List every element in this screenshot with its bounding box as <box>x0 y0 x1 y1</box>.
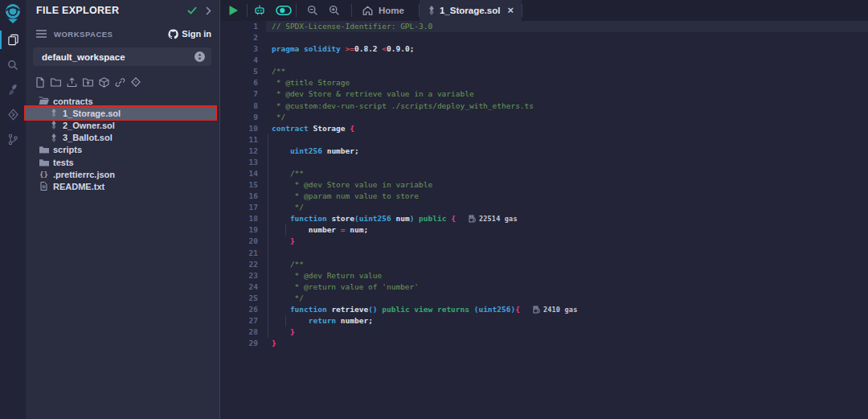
code-line-16[interactable]: 16 * @param num value to store <box>220 191 868 202</box>
code-line-5[interactable]: 5/** <box>220 66 868 77</box>
code-line-9[interactable]: 9 */ <box>220 112 868 123</box>
code-line-7[interactable]: 7 * @dev Store & retrieve value in a var… <box>220 88 868 100</box>
line-number[interactable]: 2 <box>220 32 258 43</box>
code-line-17[interactable]: 17 */ <box>220 202 868 213</box>
tree-item-3-ballot-sol[interactable]: 3_Ballot.sol <box>26 132 219 144</box>
zoom-in-button[interactable] <box>323 5 345 16</box>
tree-item--prettierrc-json[interactable]: {}.prettierrc.json <box>26 168 219 180</box>
line-number[interactable]: 23 <box>220 270 258 281</box>
line-number[interactable]: 19 <box>220 224 258 236</box>
chevron-right-icon[interactable] <box>206 6 211 15</box>
remix-logo-icon[interactable] <box>0 0 26 27</box>
line-number[interactable]: 12 <box>220 146 258 157</box>
line-number[interactable]: 11 <box>220 134 258 146</box>
hamburger-menu-icon[interactable] <box>36 30 47 38</box>
code-line-28[interactable]: 28 } <box>220 327 868 338</box>
new-file-icon[interactable] <box>35 77 45 88</box>
line-number[interactable]: 1 <box>220 21 258 32</box>
code-line-13[interactable]: 13 <box>220 157 868 168</box>
code-line-1[interactable]: 1// SPDX-License-Identifier: GPL-3.0 <box>220 21 868 32</box>
line-number[interactable]: 7 <box>220 88 258 100</box>
line-number[interactable]: 9 <box>220 112 258 123</box>
code-line-10[interactable]: 10contract Storage { <box>220 123 868 134</box>
line-number[interactable]: 18 <box>220 213 258 224</box>
code-line-20[interactable]: 20 } <box>220 236 868 247</box>
line-number[interactable]: 5 <box>220 66 258 77</box>
code-line-22[interactable]: 22 /** <box>220 259 868 270</box>
tree-item-2-owner-sol[interactable]: 2_Owner.sol <box>26 119 219 131</box>
link-icon[interactable] <box>115 77 125 88</box>
gas-pump-icon <box>469 215 476 223</box>
rail-item-search[interactable] <box>0 52 26 77</box>
line-number[interactable]: 21 <box>220 248 258 259</box>
copilot-toggle[interactable] <box>271 5 296 16</box>
code-line-6[interactable]: 6 * @title Storage <box>220 77 868 88</box>
line-number[interactable]: 20 <box>220 236 258 247</box>
sign-in-button[interactable]: Sign in <box>168 29 211 39</box>
tree-item-contracts[interactable]: contracts <box>26 95 219 107</box>
code-line-26[interactable]: 26 function retrieve() public view retur… <box>220 304 868 315</box>
code-line-23[interactable]: 23 * @dev Return value <box>220 270 868 281</box>
code-line-4[interactable]: 4 <box>220 55 868 66</box>
line-content: return number; <box>266 315 868 327</box>
code-line-14[interactable]: 14 /** <box>220 168 868 179</box>
code-line-21[interactable]: 21 <box>220 248 868 259</box>
code-line-12[interactable]: 12 uint256 number; <box>220 146 868 157</box>
line-number[interactable]: 24 <box>220 281 258 293</box>
line-number[interactable]: 25 <box>220 293 258 304</box>
line-number[interactable]: 10 <box>220 123 258 134</box>
zoom-out-button[interactable] <box>301 5 323 16</box>
line-content: */ <box>266 112 868 123</box>
home-icon <box>362 6 373 15</box>
upload-folder-icon[interactable] <box>83 77 93 87</box>
code-line-25[interactable]: 25 */ <box>220 293 868 304</box>
line-content: pragma solidity >=0.8.2 <0.9.0; <box>266 43 868 55</box>
code-area[interactable]: 1// SPDX-License-Identifier: GPL-3.023pr… <box>220 21 868 419</box>
line-number[interactable]: 29 <box>220 338 258 349</box>
code-line-11[interactable]: 11 <box>220 134 868 146</box>
upload-file-icon[interactable] <box>67 77 77 88</box>
rail-item-deploy-and-run[interactable] <box>0 102 26 127</box>
line-number[interactable]: 16 <box>220 191 258 202</box>
rail-item-solidity-compiler[interactable] <box>0 77 26 102</box>
line-number[interactable]: 3 <box>220 43 258 55</box>
code-line-18[interactable]: 18 function store(uint256 num) public {2… <box>220 213 868 224</box>
rail-item-git[interactable] <box>0 127 26 152</box>
check-icon[interactable] <box>187 6 197 14</box>
line-number[interactable]: 17 <box>220 202 258 213</box>
line-number[interactable]: 13 <box>220 157 258 168</box>
code-line-19[interactable]: 19 number = num; <box>220 224 868 236</box>
code-line-27[interactable]: 27 return number; <box>220 315 868 327</box>
tab-1-storage-sol[interactable]: 1_Storage.sol × <box>420 0 522 21</box>
rail-item-file-explorer[interactable] <box>0 27 26 52</box>
code-line-2[interactable]: 2 <box>220 32 868 43</box>
code-line-15[interactable]: 15 * @dev Store value in variable <box>220 179 868 191</box>
line-number[interactable]: 28 <box>220 327 258 338</box>
line-number[interactable]: 14 <box>220 168 258 179</box>
code-line-24[interactable]: 24 * @return value of 'number' <box>220 281 868 293</box>
line-number[interactable]: 26 <box>220 304 258 315</box>
line-number[interactable]: 8 <box>220 101 258 112</box>
line-number[interactable]: 27 <box>220 315 258 327</box>
line-number[interactable]: 15 <box>220 179 258 191</box>
tree-item-scripts[interactable]: scripts <box>26 144 219 156</box>
tree-item-readme-txt[interactable]: README.txt <box>26 180 219 192</box>
line-number[interactable]: 4 <box>220 55 258 66</box>
line-content: * @dev Store & retrieve value in a varia… <box>266 88 868 100</box>
run-script-button[interactable] <box>220 5 247 16</box>
code-line-8[interactable]: 8 * @custom:dev-run-script ./scripts/dep… <box>220 101 868 112</box>
cube-icon[interactable] <box>99 77 109 88</box>
new-folder-icon[interactable] <box>51 77 61 87</box>
tree-item-tests[interactable]: tests <box>26 156 219 168</box>
tab-home[interactable]: Home <box>352 0 419 21</box>
tree-item-1-storage-sol[interactable]: 1_Storage.sol <box>26 107 215 119</box>
code-line-3[interactable]: 3pragma solidity >=0.8.2 <0.9.0; <box>220 43 868 55</box>
code-line-29[interactable]: 29} <box>220 338 868 349</box>
line-number[interactable]: 22 <box>220 259 258 270</box>
ai-bot-button[interactable] <box>248 4 271 17</box>
gas-estimate-badge: 2410 gas <box>533 304 578 315</box>
diamond-icon[interactable] <box>131 77 141 87</box>
workspace-select[interactable]: default_workspace <box>33 47 211 66</box>
line-number[interactable]: 6 <box>220 77 258 88</box>
close-tab-icon[interactable]: × <box>507 6 514 14</box>
